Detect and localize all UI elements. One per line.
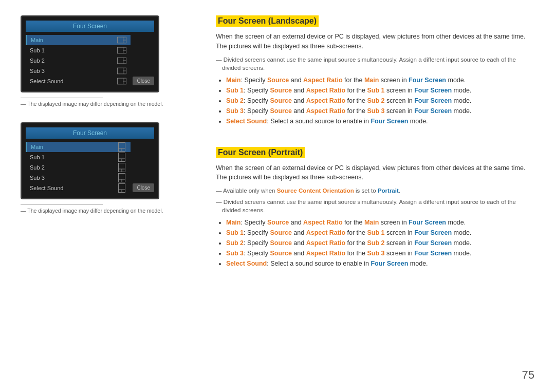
landscape-sub2-icon [117, 57, 126, 64]
landscape-note1: Divided screens cannot use the same inpu… [216, 55, 534, 72]
landscape-menu-sub3[interactable]: Sub 3 [26, 66, 131, 76]
landscape-title: Four Screen (Landscape) [216, 15, 534, 32]
left-column: Four Screen Main [21, 15, 195, 284]
portrait-tv-menu: Main Sub 1 [26, 141, 131, 194]
portrait-menu-sub3[interactable]: Sub 3 [26, 173, 131, 183]
landscape-close-button[interactable]: Close [133, 77, 154, 85]
portrait-sub2-icon [117, 164, 126, 171]
portrait-note2: Divided screens cannot use the same inpu… [216, 198, 534, 214]
landscape-menu-select-sound[interactable]: Select Sound [26, 76, 131, 86]
portrait-divider [21, 204, 103, 205]
list-item: Sub 2: Specify Source and Aspect Ratio f… [226, 238, 534, 248]
landscape-main-icon [117, 36, 126, 44]
portrait-tv-content: Main Sub 1 [26, 141, 154, 194]
landscape-tv-screen: Four Screen Main [21, 15, 159, 92]
landscape-section: Four Screen (Landscape) When the screen … [216, 15, 534, 126]
right-column: Four Screen (Landscape) When the screen … [216, 15, 534, 284]
landscape-menu-sub1[interactable]: Sub 1 [26, 45, 131, 55]
portrait-menu-main-label: Main [31, 144, 43, 150]
landscape-tv-menu: Main Sub 1 [26, 34, 131, 87]
list-item: Main: Specify Source and Aspect Ratio fo… [226, 217, 534, 228]
landscape-divider [21, 98, 103, 98]
portrait-sub1-icon [117, 154, 126, 161]
portrait-select-sound-icon [117, 184, 126, 192]
portrait-sub3-icon [117, 174, 126, 181]
portrait-section: Four Screen (Portrait) When the screen o… [216, 147, 534, 269]
landscape-bullet-list: Main: Specify Source and Aspect Ratio fo… [216, 75, 534, 126]
landscape-close-area: Close [133, 34, 154, 87]
landscape-mockup-block: Four Screen Main [21, 15, 195, 107]
portrait-menu-sub2-label: Sub 2 [30, 164, 45, 171]
landscape-description: When the screen of an external device or… [216, 32, 534, 51]
list-item: Select Sound: Select a sound source to e… [226, 258, 534, 269]
portrait-menu-sub3-label: Sub 3 [30, 175, 45, 181]
list-item: Sub 3: Specify Source and Aspect Ratio f… [226, 106, 534, 116]
landscape-menu-sub1-label: Sub 1 [30, 47, 45, 53]
portrait-main-icon [117, 143, 126, 151]
portrait-menu-select-sound-label: Select Sound [30, 185, 63, 191]
landscape-tv-title: Four Screen [26, 21, 154, 32]
list-item: Sub 1: Specify Source and Aspect Ratio f… [226, 228, 534, 238]
landscape-menu-sub2-label: Sub 2 [30, 58, 45, 64]
portrait-description: When the screen of an external device or… [216, 163, 534, 183]
landscape-note-image: — The displayed image may differ dependi… [21, 101, 195, 107]
landscape-sub1-icon [117, 47, 126, 54]
landscape-sub3-icon [117, 67, 126, 74]
landscape-menu-main-label: Main [31, 37, 43, 43]
landscape-menu-sub2[interactable]: Sub 2 [26, 55, 131, 66]
portrait-note-image: — The displayed image may differ dependi… [21, 208, 195, 214]
portrait-menu-sub1[interactable]: Sub 1 [26, 152, 131, 162]
list-item: Sub 1: Specify Source and Aspect Ratio f… [226, 85, 534, 96]
portrait-menu-sub1-label: Sub 1 [30, 154, 45, 160]
landscape-menu-select-sound-label: Select Sound [30, 78, 63, 84]
portrait-menu-main[interactable]: Main [26, 142, 131, 152]
landscape-menu-main[interactable]: Main [26, 35, 131, 45]
portrait-close-area: Close [133, 141, 154, 194]
list-item: Main: Specify Source and Aspect Ratio fo… [226, 75, 534, 85]
portrait-note1: Available only when Source Content Orien… [216, 186, 534, 195]
portrait-tv-screen: Four Screen Main [21, 122, 159, 199]
portrait-menu-select-sound[interactable]: Select Sound [26, 183, 131, 193]
page-number: 75 [522, 368, 534, 382]
list-item: Sub 2: Specify Source and Aspect Ratio f… [226, 96, 534, 106]
landscape-select-sound-icon [117, 78, 126, 85]
landscape-tv-content: Main Sub 1 [26, 34, 154, 87]
landscape-menu-sub3-label: Sub 3 [30, 68, 45, 74]
portrait-tv-title: Four Screen [26, 127, 154, 139]
list-item: Sub 3: Specify Source and Aspect Ratio f… [226, 248, 534, 258]
portrait-close-button[interactable]: Close [133, 183, 154, 192]
portrait-title: Four Screen (Portrait) [216, 147, 534, 163]
portrait-menu-sub2[interactable]: Sub 2 [26, 162, 131, 173]
portrait-bullet-list: Main: Specify Source and Aspect Ratio fo… [216, 217, 534, 269]
portrait-mockup-block: Four Screen Main [21, 122, 195, 214]
list-item: Select Sound: Select a sound source to e… [226, 116, 534, 126]
